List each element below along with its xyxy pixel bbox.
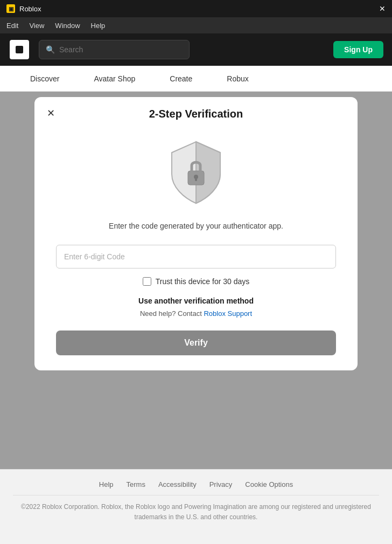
shield-container — [34, 120, 358, 221]
nav-robux[interactable]: Robux — [209, 66, 265, 92]
roblox-support-link[interactable]: Roblox Support — [204, 309, 252, 318]
menu-bar: Edit View Window Help — [0, 17, 392, 33]
security-shield-icon — [161, 137, 231, 208]
nav-avatar-shop[interactable]: Avatar Shop — [76, 66, 152, 92]
footer: Help Terms Accessibility Privacy Cookie … — [0, 469, 392, 533]
footer-links: Help Terms Accessibility Privacy Cookie … — [13, 480, 379, 488]
code-input[interactable] — [56, 245, 336, 268]
roblox-icon — [10, 40, 29, 59]
modal-description: Enter the code generated by your authent… — [56, 221, 336, 232]
footer-copyright: ©2022 Roblox Corporation. Roblox, the Ro… — [13, 502, 379, 522]
trust-device-checkbox[interactable] — [143, 277, 151, 286]
trust-device-row: Trust this device for 30 days — [56, 277, 336, 286]
search-input[interactable] — [59, 45, 183, 54]
page-content: Login to Roblox ✕ 2-Step Verification — [0, 92, 392, 469]
nav-discover[interactable]: Discover — [13, 66, 76, 92]
modal-overlay: ✕ 2-Step Verification — [0, 92, 392, 469]
app-title: Roblox — [19, 5, 41, 13]
verify-button-container: Verify — [34, 318, 358, 370]
search-bar: 🔍 — [39, 40, 190, 59]
trust-device-label[interactable]: Trust this device for 30 days — [156, 277, 250, 286]
verify-button[interactable]: Verify — [56, 330, 336, 355]
footer-link-help[interactable]: Help — [99, 480, 114, 488]
two-step-modal: ✕ 2-Step Verification — [34, 97, 358, 370]
modal-title: 2-Step Verification — [149, 108, 243, 120]
window-close-button[interactable]: ✕ — [379, 4, 386, 13]
signup-button[interactable]: Sign Up — [333, 41, 383, 58]
title-bar: ▣ Roblox ✕ — [0, 0, 392, 17]
help-text: Need help? Contact Roblox Support — [56, 309, 336, 318]
app-icon: ▣ — [6, 4, 15, 13]
menu-window[interactable]: Window — [55, 22, 80, 30]
footer-link-terms[interactable]: Terms — [127, 480, 145, 488]
footer-divider — [13, 495, 379, 495]
modal-body: Enter the code generated by your authent… — [34, 221, 358, 318]
menu-view[interactable]: View — [29, 22, 44, 30]
menu-edit[interactable]: Edit — [6, 22, 18, 30]
roblox-logo — [9, 39, 30, 60]
search-icon: 🔍 — [46, 45, 55, 54]
footer-link-privacy[interactable]: Privacy — [209, 480, 233, 488]
modal-header: ✕ 2-Step Verification — [34, 97, 358, 120]
menu-help[interactable]: Help — [91, 22, 106, 30]
svg-rect-1 — [16, 46, 23, 53]
header: 🔍 Sign Up — [0, 33, 392, 66]
nav-create[interactable]: Create — [152, 66, 209, 92]
alt-verification-link[interactable]: Use another verification method — [56, 297, 336, 305]
footer-link-accessibility[interactable]: Accessibility — [158, 480, 197, 488]
title-bar-left: ▣ Roblox — [6, 4, 41, 13]
svg-rect-4 — [195, 177, 197, 181]
modal-close-button[interactable]: ✕ — [43, 106, 58, 121]
nav-bar: Discover Avatar Shop Create Robux — [0, 66, 392, 92]
footer-link-cookie[interactable]: Cookie Options — [245, 480, 293, 488]
